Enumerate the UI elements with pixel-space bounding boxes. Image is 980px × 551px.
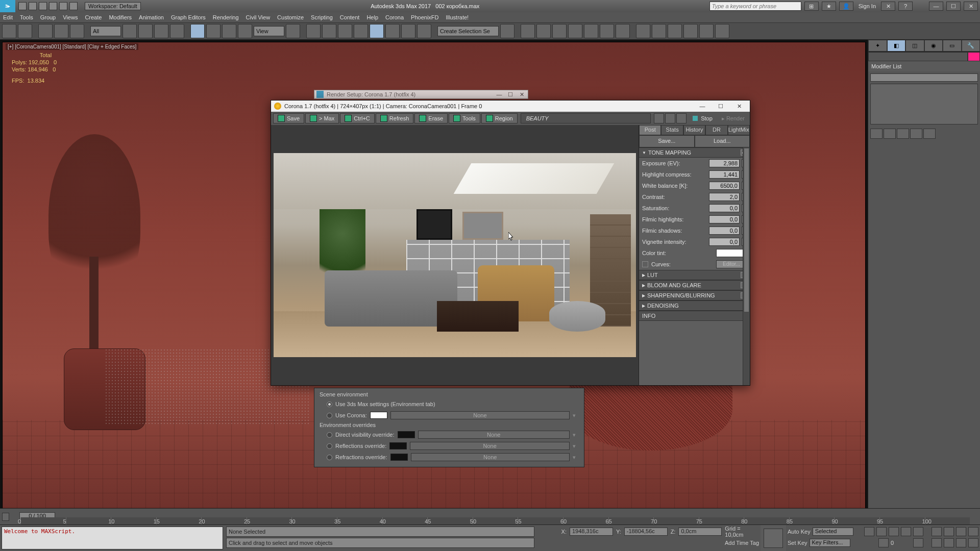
make-unique-button[interactable]: [897, 129, 909, 139]
menu-illustrate[interactable]: Illustrate!: [446, 14, 469, 20]
autokey-button[interactable]: Auto Key: [788, 529, 811, 535]
current-frame-field[interactable]: 0: [891, 540, 911, 546]
render-setup-close[interactable]: ✕: [518, 91, 526, 98]
vfb-image-area[interactable]: [271, 125, 639, 385]
z-field[interactable]: 0,0cm: [678, 528, 722, 536]
modifier-stack[interactable]: [870, 84, 978, 124]
rollout-tonemapping[interactable]: ▼TONE MAPPING✔: [639, 147, 750, 158]
goto-end-button[interactable]: [913, 527, 923, 536]
menu-edit[interactable]: Edit: [3, 14, 13, 20]
menu-phoenixfd[interactable]: PhoenixFD: [411, 14, 438, 20]
angle-snap-button[interactable]: [354, 24, 368, 38]
menu-views[interactable]: Views: [63, 14, 78, 20]
pin-stack-button[interactable]: [870, 129, 883, 139]
exposure-input[interactable]: 2,988: [709, 159, 740, 167]
menu-grapheditors[interactable]: Graph Editors: [171, 14, 206, 20]
time-config-button2[interactable]: [913, 538, 923, 547]
material-editor-button[interactable]: [616, 24, 630, 38]
tint-swatch[interactable]: [716, 249, 747, 257]
undo-icon[interactable]: [49, 2, 57, 10]
refr-swatch[interactable]: [390, 454, 408, 461]
menu-scripting[interactable]: Scripting: [311, 14, 333, 20]
modify-tab[interactable]: ◧: [887, 40, 906, 52]
select-name-button[interactable]: [138, 24, 153, 38]
bind-button[interactable]: [70, 24, 84, 38]
vfb-maximize[interactable]: ☐: [713, 102, 728, 111]
select-object-button[interactable]: [122, 24, 137, 38]
edged-button[interactable]: [401, 24, 415, 38]
menu-create[interactable]: Create: [85, 14, 102, 20]
keymode-combo[interactable]: Selected: [813, 528, 853, 536]
curves-editor-button[interactable]: Editor...: [716, 260, 747, 268]
vfb-pass-combo[interactable]: BEAUTY: [521, 113, 651, 123]
window-crossing-button[interactable]: [170, 24, 184, 38]
fov-button[interactable]: [968, 527, 978, 536]
vfb-tab-history[interactable]: History: [683, 125, 705, 135]
keyfilters-button[interactable]: Key Filters...: [810, 539, 850, 547]
minimize-button[interactable]: —: [929, 2, 943, 11]
transform-gizmo-button[interactable]: [761, 525, 786, 551]
rollout-sharpen[interactable]: ▶SHARPENING/BLURRING: [639, 290, 750, 300]
curves-check[interactable]: [642, 261, 648, 267]
vfb-render-button[interactable]: ▸ Render: [719, 115, 748, 122]
project-icon[interactable]: [69, 2, 78, 10]
menu-modifiers[interactable]: Modifiers: [109, 14, 132, 20]
exchange-icon[interactable]: ✕: [881, 2, 895, 11]
y-field[interactable]: -18804,56c: [624, 528, 668, 536]
create-tab[interactable]: ✦: [868, 40, 887, 52]
sat-input[interactable]: 0,0: [709, 204, 740, 212]
direct-swatch[interactable]: [398, 431, 415, 438]
vfb-save-button[interactable]: Save: [273, 113, 304, 123]
render-setup-dialog[interactable]: Render Setup: Corona 1.7 (hotfix 4) — ☐ …: [314, 90, 528, 99]
vfb-tomax-button[interactable]: > Max: [305, 113, 339, 123]
zoom-button[interactable]: [932, 527, 942, 536]
vfb-minimize[interactable]: —: [695, 102, 710, 111]
time-config-button[interactable]: [2, 513, 9, 521]
show-end-result-button[interactable]: [884, 129, 896, 139]
percent-snap-button[interactable]: [370, 24, 384, 38]
align-button[interactable]: [521, 24, 535, 38]
redo-button[interactable]: [18, 24, 32, 38]
refl-override-check[interactable]: [327, 443, 332, 449]
x-field[interactable]: 1948,316c: [570, 528, 613, 536]
wb-input[interactable]: 6500,0: [709, 182, 740, 190]
rotate-button[interactable]: [206, 24, 220, 38]
layer-explorer-button[interactable]: [552, 24, 567, 38]
refl-map-button[interactable]: None: [410, 442, 570, 450]
link-button[interactable]: [38, 24, 53, 38]
motion-tab[interactable]: ◉: [924, 40, 943, 52]
refr-override-check[interactable]: [327, 455, 332, 460]
keymode-button[interactable]: [878, 538, 889, 547]
object-color-swatch[interactable]: [968, 52, 980, 61]
menu-customize[interactable]: Customize: [277, 14, 304, 20]
setkey-button[interactable]: Set Key: [788, 540, 807, 546]
unlink-button[interactable]: [54, 24, 68, 38]
render-setup-min[interactable]: —: [495, 91, 503, 97]
zoom-all-button[interactable]: [944, 527, 954, 536]
keyboard-shortcut-button[interactable]: [322, 24, 336, 38]
time-slider[interactable]: 0 / 100 05101520253035404550556065707580…: [0, 508, 980, 524]
open-icon[interactable]: [29, 2, 37, 10]
corona-color-swatch[interactable]: [370, 412, 387, 419]
refl-swatch[interactable]: [389, 442, 407, 449]
direct-map-button[interactable]: None: [418, 431, 570, 439]
rollout-denoise[interactable]: ▶DENOISING: [639, 300, 750, 311]
undo-button[interactable]: [2, 24, 16, 38]
vfb-load-settings[interactable]: Load...: [695, 135, 750, 147]
placement-button[interactable]: [238, 24, 252, 38]
highlight-input[interactable]: 1,441: [709, 170, 740, 179]
minmax-toggle-button[interactable]: [968, 538, 978, 547]
vfb-tab-stats[interactable]: Stats: [661, 125, 683, 135]
refr-map-button[interactable]: None: [411, 453, 570, 461]
fs-input[interactable]: 0,0: [709, 227, 740, 235]
layers-button[interactable]: [536, 24, 551, 38]
rollout-bloom[interactable]: ▶BLOOM AND GLARE: [639, 280, 750, 290]
fh-input[interactable]: 0,0: [709, 215, 740, 223]
maximize-viewport-button[interactable]: [956, 538, 966, 547]
menu-corona[interactable]: Corona: [385, 14, 404, 20]
vfb-tab-post[interactable]: Post: [639, 125, 661, 135]
zoom-extents-button[interactable]: [956, 527, 966, 536]
utilities-tab[interactable]: 🔧: [962, 40, 981, 52]
modifier-list-combo[interactable]: [870, 73, 978, 82]
vfb-close[interactable]: ✕: [731, 102, 747, 111]
